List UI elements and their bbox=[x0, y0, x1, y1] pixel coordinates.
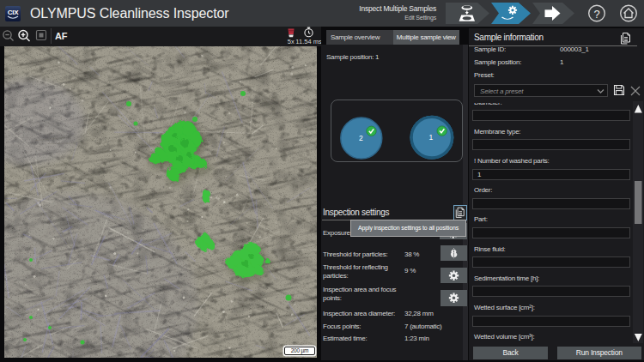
svg-text:2: 2 bbox=[359, 134, 363, 142]
svg-text:5x: 5x bbox=[288, 38, 295, 45]
svg-text:11.54 ms: 11.54 ms bbox=[295, 38, 321, 45]
svg-text:AF: AF bbox=[55, 31, 68, 41]
svg-text:1: 1 bbox=[429, 133, 434, 142]
svg-text:?: ? bbox=[593, 8, 599, 21]
